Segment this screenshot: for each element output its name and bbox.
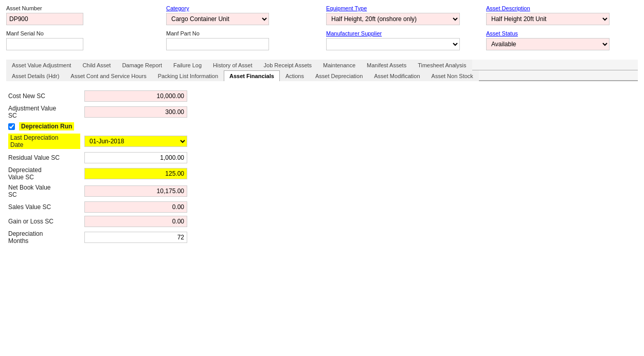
- gain-or-loss-sc-row: Gain or Loss SC: [8, 216, 636, 227]
- depreciated-value-sc-row: DepreciatedValue SC: [8, 166, 636, 181]
- depreciation-months-label: DepreciationMonths: [8, 230, 80, 245]
- manf-part-group: Manf Part No: [166, 30, 318, 50]
- tab-bar-row2: Asset Details (Hdr) Asset Cont and Servi…: [6, 70, 638, 81]
- category-label[interactable]: Category: [166, 5, 318, 11]
- residual-value-sc-input[interactable]: [84, 152, 187, 163]
- asset-number-group: Asset Number: [6, 5, 158, 25]
- category-select[interactable]: Cargo Container Unit: [166, 13, 269, 25]
- net-book-value-sc-input[interactable]: [84, 185, 187, 197]
- tab-actions[interactable]: Actions: [280, 70, 310, 81]
- tab-asset-details-hdr[interactable]: Asset Details (Hdr): [6, 70, 65, 81]
- tab-asset-financials[interactable]: Asset Financials: [224, 70, 280, 81]
- asset-number-label: Asset Number: [6, 5, 158, 11]
- depreciation-run-label: Depreciation Run: [19, 122, 74, 130]
- tab-asset-cont-service-hours[interactable]: Asset Cont and Service Hours: [65, 70, 152, 81]
- asset-status-select[interactable]: Available: [486, 38, 610, 50]
- tab-bar-row1: Asset Value Adjustment Child Asset Damag…: [6, 60, 638, 70]
- adjustment-value-sc-input[interactable]: [84, 106, 187, 118]
- last-depreciation-date-select[interactable]: 01-Jun-2018: [84, 136, 187, 147]
- top-fields-row1: Asset Number Category Cargo Container Un…: [6, 5, 638, 25]
- manufacturer-supplier-select[interactable]: [326, 38, 460, 50]
- last-depreciation-date-row: Last DepreciationDate 01-Jun-2018: [8, 134, 636, 149]
- manf-serial-group: Manf Serial No: [6, 30, 158, 50]
- content-area-asset-financials: Cost New SC Adjustment ValueSC Depreciat…: [6, 86, 638, 252]
- manufacturer-supplier-label[interactable]: Manufacturer Supplier: [326, 30, 478, 36]
- asset-status-label[interactable]: Asset Status: [486, 30, 638, 36]
- residual-value-sc-row: Residual Value SC: [8, 152, 636, 163]
- tab-job-receipt-assets[interactable]: Job Receipt Assets: [258, 60, 318, 70]
- depreciated-value-sc-label: DepreciatedValue SC: [8, 166, 80, 181]
- tab-packing-list-information[interactable]: Packing List Information: [152, 70, 224, 81]
- asset-description-label[interactable]: Asset Description: [486, 5, 638, 11]
- asset-description-select[interactable]: Half Height 20ft Unit: [486, 13, 610, 25]
- manf-serial-label: Manf Serial No: [6, 30, 158, 36]
- tab-child-asset[interactable]: Child Asset: [77, 60, 116, 70]
- tab-asset-non-stock[interactable]: Asset Non Stock: [426, 70, 479, 81]
- asset-number-input[interactable]: [6, 13, 83, 25]
- depreciation-months-row: DepreciationMonths: [8, 230, 636, 245]
- category-group: Category Cargo Container Unit: [166, 5, 318, 25]
- depreciation-run-checkbox[interactable]: [8, 123, 15, 130]
- tab-damage-report[interactable]: Damage Report: [116, 60, 168, 70]
- sales-value-sc-input[interactable]: [84, 201, 187, 213]
- net-book-value-sc-label: Net Book ValueSC: [8, 184, 80, 198]
- cost-new-sc-row: Cost New SC: [8, 90, 636, 102]
- tab-asset-modification[interactable]: Asset Modification: [368, 70, 425, 81]
- equipment-type-label[interactable]: Equipment Type: [326, 5, 478, 11]
- tab-timesheet-analysis[interactable]: Timesheet Analysis: [412, 60, 472, 70]
- main-container: Asset Number Category Cargo Container Un…: [0, 0, 644, 356]
- equipment-type-select[interactable]: Half Height, 20ft (onshore only): [326, 13, 460, 25]
- asset-status-group: Asset Status Available: [486, 30, 638, 50]
- manufacturer-supplier-group: Manufacturer Supplier: [326, 30, 478, 50]
- gain-or-loss-sc-input[interactable]: [84, 216, 187, 227]
- gain-or-loss-sc-label: Gain or Loss SC: [8, 218, 80, 225]
- tab-failure-log[interactable]: Failure Log: [168, 60, 207, 70]
- tab-history-of-asset[interactable]: History of Asset: [207, 60, 258, 70]
- tab-asset-value-adjustment[interactable]: Asset Value Adjustment: [6, 60, 77, 70]
- top-fields-row2: Manf Serial No Manf Part No Manufacturer…: [6, 30, 638, 50]
- depreciation-run-row: Depreciation Run: [8, 122, 636, 130]
- manf-part-input[interactable]: [166, 38, 269, 50]
- cost-new-sc-label: Cost New SC: [8, 92, 80, 100]
- equipment-type-group: Equipment Type Half Height, 20ft (onshor…: [326, 5, 478, 25]
- manf-serial-input[interactable]: [6, 38, 83, 50]
- depreciation-months-input[interactable]: [84, 232, 187, 243]
- tab-asset-depreciation[interactable]: Asset Depreciation: [310, 70, 368, 81]
- tab-manifest-assets[interactable]: Manifest Assets: [361, 60, 412, 70]
- cost-new-sc-input[interactable]: [84, 90, 187, 102]
- residual-value-sc-label: Residual Value SC: [8, 154, 80, 161]
- sales-value-sc-label: Sales Value SC: [8, 203, 80, 211]
- last-depreciation-date-label: Last DepreciationDate: [8, 134, 80, 149]
- tab-maintenance[interactable]: Maintenance: [317, 60, 361, 70]
- sales-value-sc-row: Sales Value SC: [8, 201, 636, 213]
- adjustment-value-sc-row: Adjustment ValueSC: [8, 105, 636, 119]
- manf-part-label: Manf Part No: [166, 30, 318, 36]
- adjustment-value-sc-label: Adjustment ValueSC: [8, 105, 80, 119]
- net-book-value-sc-row: Net Book ValueSC: [8, 184, 636, 198]
- asset-description-group: Asset Description Half Height 20ft Unit: [486, 5, 638, 25]
- depreciated-value-sc-input[interactable]: [84, 168, 187, 179]
